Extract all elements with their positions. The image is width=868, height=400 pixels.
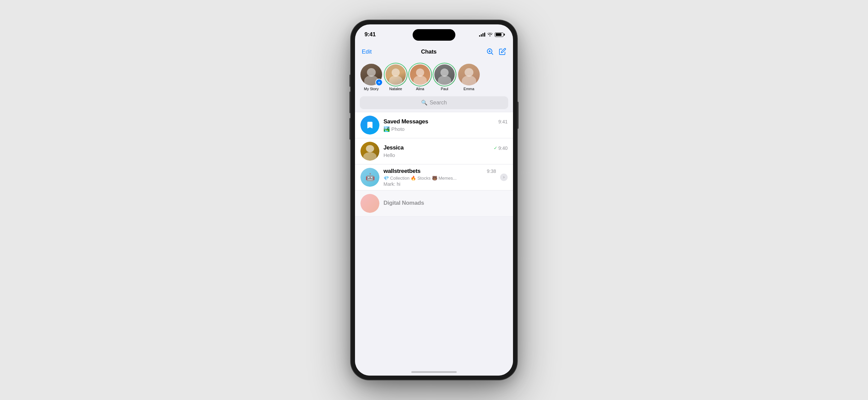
stories-row: + My Story N <box>355 61 513 96</box>
chat-item-wallstreetbets[interactable]: 🤖 wallstreetbets 9:38 💎 Collection 🔥 Sto… <box>355 164 513 191</box>
photo-emoji: 🏞️ <box>383 126 390 132</box>
chat-time-saved-messages: 9:41 <box>498 119 508 124</box>
jessica-avatar <box>360 142 379 161</box>
signal-icon <box>479 33 485 37</box>
story-item-emma[interactable]: Emma <box>458 64 480 91</box>
saved-messages-avatar <box>360 116 379 135</box>
search-placeholder: Search <box>430 100 447 106</box>
wsb-forward-icon <box>500 174 508 181</box>
home-indicator <box>355 364 513 376</box>
status-time: 9:41 <box>364 31 376 38</box>
story-avatar-alina <box>409 64 431 85</box>
chat-name-jessica: Jessica <box>383 144 403 151</box>
jessica-preview-text: Hello <box>383 152 395 158</box>
story-item-my-story[interactable]: + My Story <box>360 64 382 91</box>
story-item-natalee[interactable]: Natalee <box>385 64 407 91</box>
chat-header-jessica: Jessica ✓ 9:40 <box>383 144 508 151</box>
story-avatar-my-story: + <box>360 64 382 85</box>
chat-list: Saved Messages 9:41 🏞️ Photo <box>355 112 513 364</box>
wsb-tags: 💎 Collection 🔥 Stocks 🐻 Memes... <box>383 176 457 181</box>
status-icons <box>479 32 504 37</box>
chat-name-wsb: wallstreetbets <box>383 168 420 175</box>
story-item-alina[interactable]: Alina <box>409 64 431 91</box>
chat-content-jessica: Jessica ✓ 9:40 Hello <box>383 144 508 158</box>
chat-time-wsb: 9:38 <box>487 168 496 174</box>
read-check-icon: ✓ <box>494 145 497 151</box>
add-story-plus-icon: + <box>375 79 383 86</box>
story-name-natalee: Natalee <box>389 87 402 91</box>
svg-line-3 <box>492 53 493 55</box>
chat-time-jessica: ✓ 9:40 <box>494 145 508 151</box>
story-name-my-story: My Story <box>364 87 378 91</box>
edit-button[interactable]: Edit <box>362 48 372 55</box>
chat-preview-wsb-mark: Mark: hi <box>383 181 496 187</box>
jessica-time-value: 9:40 <box>498 145 508 151</box>
search-icon: 🔍 <box>421 100 428 106</box>
search-bar[interactable]: 🔍 Search <box>360 96 508 109</box>
story-item-paul[interactable]: Paul <box>434 64 455 91</box>
chat-header-saved-messages: Saved Messages 9:41 <box>383 118 508 125</box>
story-name-paul: Paul <box>441 87 448 91</box>
chat-preview-saved-messages: 🏞️ Photo <box>383 126 508 132</box>
story-avatar-paul <box>434 64 455 85</box>
compose-icon[interactable] <box>499 48 506 56</box>
chat-name-saved-messages: Saved Messages <box>383 118 428 125</box>
story-name-emma: Emma <box>463 87 474 91</box>
chat-item-digital-nomads[interactable]: Digital Nomads <box>355 191 513 217</box>
nav-title: Chats <box>421 48 437 55</box>
chat-header-wsb: wallstreetbets 9:38 <box>383 168 496 175</box>
story-avatar-natalee <box>385 64 407 85</box>
chat-item-jessica[interactable]: Jessica ✓ 9:40 Hello <box>355 138 513 164</box>
dynamic-island <box>413 29 455 41</box>
story-avatar-emma <box>458 64 480 85</box>
nav-icons <box>486 47 506 57</box>
power-button <box>517 102 518 129</box>
battery-icon <box>495 33 504 37</box>
chat-preview-jessica: Hello <box>383 152 508 158</box>
nav-bar: Edit Chats <box>355 43 513 61</box>
digital-nomads-avatar <box>360 194 379 213</box>
wsb-avatar: 🤖 <box>360 168 379 187</box>
chat-content-digital-nomads: Digital Nomads <box>383 200 508 207</box>
story-name-alina: Alina <box>416 87 424 91</box>
chat-list-fade <box>355 323 513 364</box>
chat-content-wsb: wallstreetbets 9:38 💎 Collection 🔥 Stock… <box>383 168 496 187</box>
home-bar <box>411 371 457 373</box>
phone-screen: 9:41 <box>355 24 513 376</box>
wifi-icon <box>487 32 493 37</box>
phone-mockup: 9:41 <box>351 20 517 380</box>
chat-item-saved-messages[interactable]: Saved Messages 9:41 🏞️ Photo <box>355 112 513 138</box>
chat-header-digital-nomads: Digital Nomads <box>383 200 508 206</box>
add-chat-icon[interactable] <box>486 47 494 57</box>
chat-content-saved-messages: Saved Messages 9:41 🏞️ Photo <box>383 118 508 132</box>
chat-preview-wsb-tags: 💎 Collection 🔥 Stocks 🐻 Memes... <box>383 176 496 181</box>
photo-label: Photo <box>391 126 405 132</box>
chat-name-digital-nomads: Digital Nomads <box>383 200 424 206</box>
